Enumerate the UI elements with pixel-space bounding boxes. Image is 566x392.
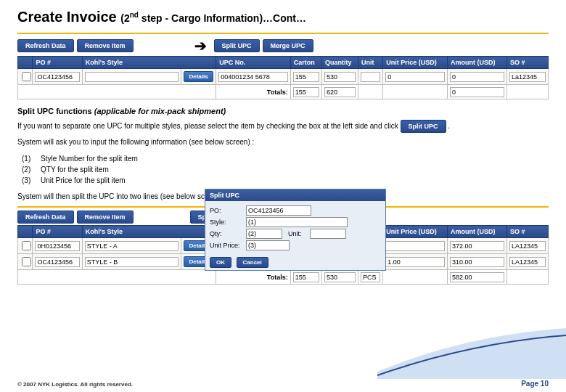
- col-po: PO #: [33, 57, 82, 69]
- row-checkbox[interactable]: [22, 72, 31, 81]
- dialog-title: Split UPC: [205, 189, 385, 201]
- swoosh-graphic: [377, 328, 566, 379]
- amount-input[interactable]: [450, 72, 504, 82]
- col-unit: Unit: [358, 57, 383, 69]
- tot-carton: [293, 87, 319, 97]
- col-carton: Carton: [290, 57, 321, 69]
- po-input[interactable]: [35, 72, 79, 82]
- section-heading: Split UPC functions (applicable for mix-…: [17, 107, 549, 115]
- numbered-list: (1)Style Number for the split item (2)QT…: [22, 153, 549, 186]
- details-button[interactable]: Details: [184, 71, 213, 82]
- page-title: Create Invoice (2nd step - Cargo Informa…: [17, 9, 549, 25]
- col-so: SO #: [507, 57, 549, 69]
- row-checkbox[interactable]: [22, 257, 31, 266]
- dialog-ok-button[interactable]: OK: [210, 257, 231, 268]
- merge-upc-button[interactable]: Merge UPC: [263, 39, 313, 52]
- tot-qty: [324, 87, 356, 97]
- paragraph: System will ask you to input the followi…: [17, 137, 549, 147]
- split-upc-inline-button[interactable]: Split UPC: [401, 120, 446, 133]
- copyright: © 2007 NYK Logistics. All rights reserve…: [17, 381, 133, 388]
- divider: [17, 33, 549, 34]
- split-upc-dialog: Split UPC PO: Style: Qty:Unit: Unit Pric…: [205, 189, 386, 271]
- tot-amount: [450, 87, 504, 97]
- upc-input[interactable]: [218, 72, 287, 82]
- row-checkbox[interactable]: [22, 241, 31, 250]
- remove-button[interactable]: Remove Item: [77, 39, 134, 52]
- totals-row: Totals:: [18, 270, 549, 285]
- carton-input[interactable]: [293, 72, 319, 82]
- col-amount: Amount (USD): [448, 57, 507, 69]
- col-upc: UPC No.: [216, 57, 290, 69]
- paragraph: If you want to separate one UPC for mult…: [17, 120, 549, 133]
- toolbar-1: Refresh Data Remove Item ➔ Split UPC Mer…: [17, 36, 549, 56]
- dialog-po-input[interactable]: [246, 205, 311, 216]
- style-input[interactable]: [85, 72, 179, 82]
- page-number: Page 10: [521, 380, 549, 388]
- dialog-qty-input[interactable]: [246, 229, 282, 239]
- totals-row: Totals:: [18, 85, 549, 99]
- dialog-cancel-button[interactable]: Cancel: [237, 257, 268, 268]
- split-upc-button[interactable]: Split UPC: [214, 39, 260, 52]
- remove-button[interactable]: Remove Item: [77, 211, 134, 224]
- qty-input[interactable]: [324, 72, 356, 82]
- unit-input[interactable]: [361, 72, 380, 82]
- col-uprice: Unit Price (USD): [383, 57, 448, 69]
- table-row: Details: [18, 69, 549, 85]
- refresh-button[interactable]: Refresh Data: [17, 211, 74, 224]
- dialog-style-input[interactable]: [246, 217, 348, 227]
- col-qty: Quantity: [321, 57, 358, 69]
- dialog-unit-input[interactable]: [310, 229, 346, 239]
- so-input[interactable]: [509, 72, 546, 82]
- col-style: Kohl's Style: [82, 57, 216, 69]
- arrow-right-icon: ➔: [194, 37, 207, 54]
- refresh-button[interactable]: Refresh Data: [17, 39, 74, 52]
- uprice-input[interactable]: [385, 72, 445, 82]
- dialog-uprice-input[interactable]: [246, 240, 290, 250]
- cargo-grid-1: PO # Kohl's Style UPC No. Carton Quantit…: [17, 56, 549, 99]
